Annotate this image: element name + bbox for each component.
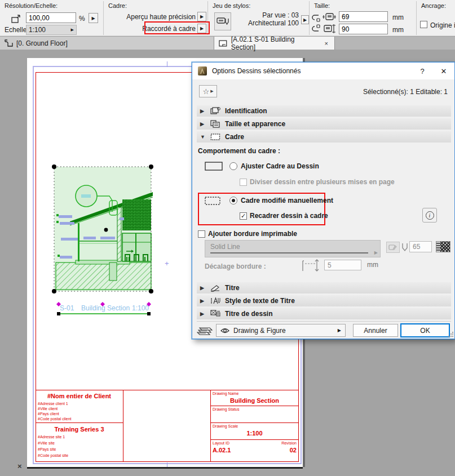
drawing-name-label: Drawing Name [213,392,238,395]
star-icon: ☆ [202,87,209,96]
revision-value: 02 [290,447,297,453]
drawing-height-input[interactable] [339,24,388,34]
archicad-window: Résolution/Echelle: % ▶ Echelle: 1:100 ▶… [0,0,455,476]
penset-line1: Par vue : 03 [262,11,299,19]
text-style-icon [210,297,220,305]
size-section-label: Taille: [314,2,330,9]
dropdown-arrow-icon: ▶ [374,250,378,255]
pen-color-icon [388,244,397,251]
drawing-width-input[interactable] [339,11,388,22]
resolution-flyout-button[interactable]: ▶ [89,13,98,23]
section-size-appearance-label: Taille et apparence [225,120,285,128]
preview-precision-button[interactable]: Aperçu haute précision [110,13,196,21]
printable-border-label: Ajouter bordure imprimable [208,230,297,238]
drawing-status-label: Drawing Status [213,407,239,411]
solid-frame-icon [205,162,223,171]
layer-dropdown-value: Drawing & Figure [233,327,286,335]
pattern-swatch [440,242,450,252]
size-appearance-icon [210,120,220,128]
dash-sample [436,242,440,252]
info-icon: i [426,211,434,220]
height-unit-label: mm [392,26,404,34]
printable-border-checkbox[interactable] [198,230,205,238]
fit-frame-radio[interactable] [229,162,237,170]
eye-icon [220,328,229,333]
width-unit-label: mm [392,14,404,21]
preview-precision-flyout[interactable]: ▶ [197,12,206,21]
section-identification-label: Identification [225,107,267,115]
client-line: #Pays client [38,412,59,416]
site-line: #Code postal site [38,453,68,457]
border-pattern-button[interactable] [436,241,450,252]
tab-bar: [0. Ground Floor] [A.02.1 S-01 Building … [0,37,455,50]
dialog-help-button[interactable]: ? [413,63,432,79]
layout-id-value: A.02.1 [213,447,231,453]
drawing-width-icon [322,12,337,21]
annotation-box-attached-to-frame [144,21,210,34]
section-frame[interactable]: ▼ Cadre [197,131,451,143]
dashed-frame-icon [205,197,220,205]
cancel-button[interactable]: Annuler [353,324,398,337]
penset-icon-button[interactable] [214,12,231,30]
scale-dropdown[interactable]: 1:100 ▶ [26,25,77,35]
tab-ground-floor-label: [0. Ground Floor] [16,39,68,47]
manual-frame-radio[interactable] [229,197,237,204]
divide-drawing-checkbox[interactable] [240,179,247,186]
border-offset-input[interactable]: 5 [324,260,361,270]
client-line: #Ville client [38,407,58,411]
section-drawing-title-label: Titre de dessin [225,310,272,318]
layer-dropdown[interactable]: Drawing & Figure ▶ [216,324,346,337]
title-icon [210,284,220,292]
recrop-checkbox[interactable]: ✓ [240,212,247,220]
border-linetype-dropdown[interactable]: Solid Line ▶ [205,240,381,257]
section-title[interactable]: ▶ Titre [197,282,451,293]
border-offset-icon [301,259,321,272]
site-name: Training Series 3 [36,426,123,433]
site-line: #Ville site [38,441,55,445]
drawing-settings-dialog: Options Dessins sélectionnés ? ✕ ☆▶ Séle… [192,62,455,339]
drawing-title-element[interactable]: S-01 Building Section 1:100 [54,300,153,317]
resolution-input[interactable] [26,12,76,23]
flyout-arrow-icon: ▶ [210,89,213,94]
chain-link-icon[interactable] [312,14,321,33]
anchor-origin-checkbox[interactable] [420,21,427,28]
floor-plan-icon [5,39,13,47]
chevron-right-icon: ▶ [200,121,206,127]
border-pen-number[interactable]: 65 [409,241,432,252]
chevron-right-icon: ▶ [200,298,206,304]
anchor-section-label: Ancrage: [421,2,446,9]
client-name: #Nom entier de Client [36,393,123,399]
tab-close-icon[interactable]: × [323,40,330,47]
ok-button[interactable]: OK [400,323,450,337]
section-title-text-style[interactable]: ▶ Style de texte de Titre [197,295,451,306]
percent-label: % [79,15,85,23]
section-size-appearance[interactable]: ▶ Taille et apparence [197,118,451,130]
resize-drawing-icon[interactable] [9,13,24,25]
dropdown-arrow-icon: ▶ [71,28,74,32]
dialog-close-button[interactable]: ✕ [434,63,453,79]
building-section-drawing[interactable] [51,163,155,294]
favorites-button[interactable]: ☆▶ [199,85,217,97]
section-identification[interactable]: ▶ Identification [197,105,451,117]
drawing-height-icon [322,24,337,34]
info-button[interactable]: i [422,208,437,223]
tab-layout-active[interactable]: [A.02.1 S-01 Building Section] × [214,37,335,50]
revision-label: Revision [281,441,297,445]
drawing-scale-value: 1:100 [210,430,299,437]
tab-ground-floor[interactable]: [0. Ground Floor] [0,37,214,50]
cadre-section-label: Cadre: [108,2,127,9]
identification-icon [210,107,220,115]
border-pen-button[interactable] [386,242,400,253]
penset-flyout[interactable]: ▶ [301,15,309,24]
dialog-separator [197,321,451,322]
penset-section-label: Jeu de stylos: [213,2,250,9]
drawing-scale-label: Drawing Scale [213,424,238,428]
layout-origin-mark: × [17,462,22,470]
layer-icon[interactable] [197,325,214,335]
drawing-title-icon [210,310,220,318]
resize-grip[interactable] [448,332,453,337]
section-drawing-title[interactable]: ▶ Titre de dessin [197,308,451,319]
layout-icon [219,40,228,47]
selection-info: Sélectionné(s): 1 Editable: 1 [363,88,448,96]
tab-layout-label: [A.02.1 S-01 Building Section] [231,35,320,51]
